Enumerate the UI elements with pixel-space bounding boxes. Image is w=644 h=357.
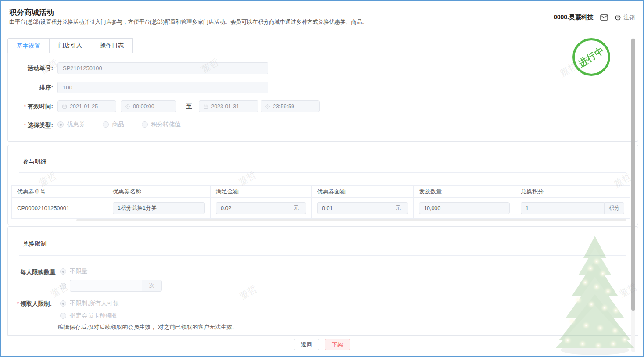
account-name: 0000.灵蕨科技: [554, 14, 594, 21]
account-bar: 0000.灵蕨科技 注销: [554, 14, 635, 21]
col-coupon-no: 优惠券单号: [12, 186, 107, 198]
required-asterisk: *: [24, 103, 26, 110]
radio-card-receiver-label: 指定会员卡种领取: [70, 312, 117, 320]
end-date-picker[interactable]: [199, 100, 258, 112]
restriction-card: 兑换限制 每人限购数量 不限量 次 *领取人限制: 不限制,所有人可领 指定会员…: [7, 226, 638, 336]
section-divider: [19, 172, 626, 173]
limit-times-input[interactable]: [70, 280, 142, 292]
times-unit: 次: [142, 280, 162, 292]
start-date-input[interactable]: [70, 104, 111, 110]
min-amount-cell: 元: [211, 198, 312, 218]
receiver-note: 编辑保存后,仅对后续领取的会员生效， 对之前已领取的客户无法生效.: [58, 323, 234, 331]
issue-qty-input[interactable]: [419, 202, 510, 214]
status-stamp: 进行中: [572, 38, 610, 76]
per-person-unlimited-option: 不限量: [60, 268, 88, 275]
clock-icon: [125, 104, 130, 109]
basic-settings-card: 活动单号: 排序: *有效时间: 至 *选择类型: 优惠券 商品 积分转储值: [7, 53, 638, 142]
points-cell: 积分: [515, 198, 630, 218]
sort-input[interactable]: [57, 82, 268, 93]
page-title: 积分商城活动: [9, 7, 54, 18]
calendar-icon: [62, 104, 67, 109]
col-coupon-name: 优惠券名称: [107, 186, 211, 198]
restriction-section-title: 兑换限制: [23, 240, 47, 248]
min-amount-input[interactable]: [216, 202, 286, 214]
col-face-value: 优惠券面额: [312, 186, 414, 198]
radio-product-label: 商品: [112, 121, 124, 129]
vertical-scrollbar-thumb[interactable]: [631, 39, 635, 311]
coupon-no-cell: CP00002101250001: [12, 198, 107, 218]
status-stamp-label: 进行中: [576, 44, 607, 70]
receiver-limit-label: *领取人限制:: [17, 300, 52, 308]
horizontal-scrollbar[interactable]: [76, 219, 626, 221]
points-mall-activity-page: { "colors": { "accent": "#409eff", "stat…: [0, 0, 644, 357]
radio-unlimited-qty[interactable]: [60, 268, 66, 275]
radio-card-receiver[interactable]: [60, 313, 66, 319]
participation-card: 参与明细 优惠券单号 优惠券名称 满足金额 优惠券面额 发放数量 兑换积分 CP…: [7, 145, 638, 225]
coupon-table: 优惠券单号 优惠券名称 满足金额 优惠券面额 发放数量 兑换积分 CP00002…: [11, 185, 630, 219]
activity-no-label: 活动单号:: [8, 64, 53, 72]
radio-limited-qty[interactable]: [60, 283, 66, 289]
receiver-card-option: 指定会员卡种领取: [60, 312, 117, 320]
type-radio-group: 优惠券 商品 积分转储值: [57, 121, 181, 129]
tab-basic-settings[interactable]: 基本设置: [7, 38, 50, 54]
coupon-name-cell: [107, 198, 211, 218]
required-asterisk: *: [17, 300, 19, 307]
type-label: *选择类型:: [8, 121, 53, 129]
start-time-input[interactable]: [133, 104, 172, 110]
logout-label: 注销: [623, 14, 635, 21]
date-range-separator: 至: [186, 103, 192, 111]
table-row: CP00002101250001 元 元: [12, 198, 630, 218]
section-divider: [19, 255, 626, 256]
calendar-icon: [204, 104, 208, 109]
radio-product[interactable]: [103, 121, 109, 128]
sort-label: 排序:: [8, 84, 53, 92]
start-time-picker[interactable]: [121, 100, 176, 112]
points-unit: 积分: [604, 202, 624, 214]
page-description: 由平台(总部)设置积分兑换活动并引入门店参与，方便平台(总部)配置和管理多家门店…: [9, 18, 368, 26]
end-time-picker[interactable]: [261, 100, 320, 112]
points-input[interactable]: [521, 202, 604, 214]
col-min-amount: 满足金额: [211, 186, 312, 198]
radio-coupon[interactable]: [57, 121, 64, 128]
tab-bar: 基本设置 门店引入 操作日志: [7, 38, 638, 53]
face-value-cell: 元: [312, 198, 414, 218]
table-header-row: 优惠券单号 优惠券名称 满足金额 优惠券面额 发放数量 兑换积分: [12, 186, 630, 198]
min-amount-unit: 元: [286, 202, 306, 214]
per-person-limit-label: 每人限购数量: [20, 268, 56, 276]
back-button[interactable]: 返回: [294, 339, 319, 350]
per-person-limited-option: 次: [60, 280, 162, 292]
radio-points-stored-value[interactable]: [142, 121, 148, 128]
face-value-input[interactable]: [317, 202, 388, 214]
footer-actions: 返回 下架: [1, 339, 643, 350]
issue-qty-cell: [414, 198, 515, 218]
required-asterisk: *: [24, 122, 26, 129]
radio-unrestricted-receiver[interactable]: [60, 300, 66, 307]
radio-coupon-label: 优惠券: [67, 121, 85, 129]
valid-time-label: *有效时间:: [8, 103, 53, 111]
col-points: 兑换积分: [515, 186, 630, 198]
clock-icon: [265, 104, 270, 109]
end-time-input[interactable]: [273, 104, 315, 110]
participation-section-title: 参与明细: [23, 158, 47, 166]
radio-unrestricted-receiver-label: 不限制,所有人可领: [70, 300, 119, 307]
end-date-input[interactable]: [211, 104, 254, 110]
takedown-button[interactable]: 下架: [325, 339, 350, 350]
activity-no-input[interactable]: [57, 62, 268, 74]
radio-unlimited-qty-label: 不限量: [70, 268, 88, 275]
coupon-name-input[interactable]: [113, 202, 205, 214]
receiver-unlimited-option: 不限制,所有人可领: [60, 300, 119, 307]
power-icon: [615, 14, 621, 21]
tab-store-import[interactable]: 门店引入: [50, 38, 91, 53]
envelope-icon[interactable]: [600, 14, 608, 21]
col-issue-qty: 发放数量: [414, 186, 515, 198]
logout-button[interactable]: 注销: [615, 14, 635, 21]
start-date-picker[interactable]: [57, 100, 116, 112]
radio-points-stored-value-label: 积分转储值: [151, 121, 181, 129]
tab-operation-log[interactable]: 操作日志: [91, 38, 133, 53]
face-value-unit: 元: [388, 202, 408, 214]
